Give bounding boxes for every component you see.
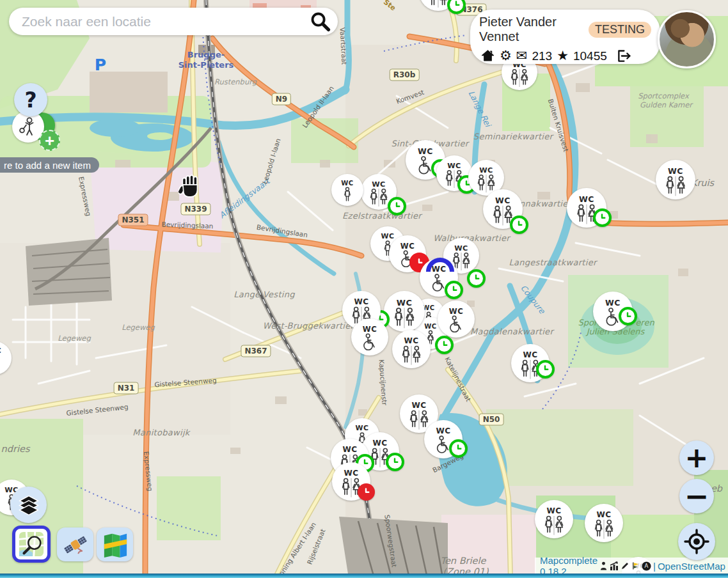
svg-text:WC: WC <box>449 307 463 316</box>
settings-gear-icon[interactable]: ⚙ <box>500 49 512 63</box>
toilet-marker[interactable]: WC <box>331 174 363 206</box>
svg-text:WC: WC <box>344 469 358 478</box>
svg-text:WC: WC <box>454 244 468 253</box>
background-osm-button[interactable] <box>12 526 51 563</box>
svg-text:WC: WC <box>411 401 426 410</box>
svg-text:WC: WC <box>447 162 461 170</box>
svg-text:WC: WC <box>495 196 510 205</box>
osm-link[interactable]: OpenStreetMap <box>658 561 725 572</box>
svg-text:WC: WC <box>523 350 537 359</box>
changesets-star-icon: ★ <box>557 49 569 63</box>
svg-text:WC: WC <box>342 445 357 454</box>
svg-text:WC: WC <box>668 166 683 176</box>
messages-icon[interactable]: ✉ <box>516 49 528 63</box>
toilet-marker[interactable]: WC <box>656 160 695 199</box>
statistics-icon[interactable] <box>599 561 608 570</box>
zoom-in-button[interactable]: + <box>679 441 714 475</box>
toilet-marker[interactable]: WC <box>351 318 388 355</box>
chart-icon[interactable] <box>610 561 619 570</box>
geolocate-button[interactable] <box>678 523 715 560</box>
toilet-marker[interactable]: WC <box>384 291 425 332</box>
opening-hours-badge-open <box>536 360 555 379</box>
toilet-marker[interactable]: WC <box>0 341 12 375</box>
toilet-marker[interactable]: WC <box>438 301 475 338</box>
svg-text:WC: WC <box>400 242 415 251</box>
svg-text:WC: WC <box>596 510 611 519</box>
svg-text:WC: WC <box>341 180 353 187</box>
svg-text:WC: WC <box>354 297 368 306</box>
layers-button[interactable] <box>10 487 47 523</box>
background-satellite-button[interactable] <box>57 527 93 561</box>
toilet-marker[interactable]: WC <box>392 330 431 368</box>
background-carto-button[interactable] <box>97 527 133 561</box>
bottom-accent-strip <box>0 574 728 578</box>
layers-icon <box>17 494 40 517</box>
svg-text:WC: WC <box>546 506 561 515</box>
messages-count: 213 <box>532 49 552 63</box>
opening-hours-badge-open <box>510 215 528 234</box>
svg-text:WC: WC <box>579 194 594 204</box>
svg-text:WC: WC <box>404 336 418 345</box>
attribution-bar[interactable]: Mapcomplete 0.18.2 A | OpenStreetMap <box>535 558 728 574</box>
user-avatar[interactable] <box>658 10 716 68</box>
search-icon[interactable] <box>310 11 331 33</box>
add-plus-icon[interactable]: + <box>39 130 60 151</box>
user-panel[interactable]: Pieter Vander Vennet TESTING ⚙ ✉ 213 ★ 1… <box>470 10 660 64</box>
svg-text:WC: WC <box>436 426 450 435</box>
opening-hours-badge-open <box>445 281 463 299</box>
opening-hours-badge-closed <box>358 483 375 501</box>
svg-text:WC: WC <box>424 323 436 330</box>
svg-text:WC: WC <box>605 298 621 308</box>
home-icon[interactable] <box>480 49 495 63</box>
opening-hours-badge-open <box>386 453 404 471</box>
opening-hours-badge-open <box>619 307 637 325</box>
opening-hours-badge-open <box>435 336 454 354</box>
logout-icon[interactable] <box>615 48 631 64</box>
user-name: Pieter Vander Vennet <box>479 15 583 44</box>
changesets-count: 10455 <box>573 49 607 63</box>
testing-mode-badge: TESTING <box>589 22 651 38</box>
svg-text:A: A <box>645 563 649 569</box>
opening-hours-badge-open <box>449 439 468 458</box>
community-icon[interactable]: A <box>642 561 651 571</box>
zoom-out-button[interactable]: − <box>679 479 714 513</box>
edit-pencil-icon[interactable] <box>621 561 629 570</box>
attribution-separator: | <box>653 561 656 572</box>
opening-hours-badge-open <box>388 197 406 215</box>
map-markers-layer: WCWCWCWCWCWCWCWCWCWCWCWCWCWCWCWCWCWCWCWC… <box>0 0 728 578</box>
help-button[interactable]: ? <box>14 83 47 116</box>
svg-text:WC: WC <box>418 146 433 156</box>
svg-text:WC: WC <box>372 180 386 189</box>
location-search-bar[interactable] <box>9 8 338 35</box>
help-question-label: ? <box>24 88 36 113</box>
svg-text:WC: WC <box>372 439 387 448</box>
svg-text:WC: WC <box>363 325 377 334</box>
folded-map-icon <box>102 532 129 558</box>
satellite-icon <box>62 532 89 558</box>
grab-hand-cursor <box>178 173 203 199</box>
opening-hours-badge-open <box>593 208 612 227</box>
opening-hours-badge-open <box>447 0 466 14</box>
osm-map-magnifier-icon <box>18 531 45 558</box>
crosshair-icon <box>684 529 709 554</box>
svg-text:WC: WC <box>0 347 1 354</box>
svg-text:WC: WC <box>397 298 413 308</box>
theme-flag-icon[interactable] <box>631 561 640 570</box>
opening-hours-badge-open <box>467 269 486 288</box>
svg-text:WC: WC <box>356 424 369 432</box>
toilet-marker[interactable]: WC <box>535 500 573 538</box>
search-input[interactable] <box>20 13 310 30</box>
svg-text:WC: WC <box>479 166 493 175</box>
mapcomplete-app: Brugge-Sint-PietersRustenburgSint-Gillis… <box>0 0 728 578</box>
toilet-marker[interactable]: WC <box>585 504 623 542</box>
add-item-tooltip: re to add a new item <box>0 157 99 173</box>
toilet-wrench-icon <box>17 115 39 138</box>
